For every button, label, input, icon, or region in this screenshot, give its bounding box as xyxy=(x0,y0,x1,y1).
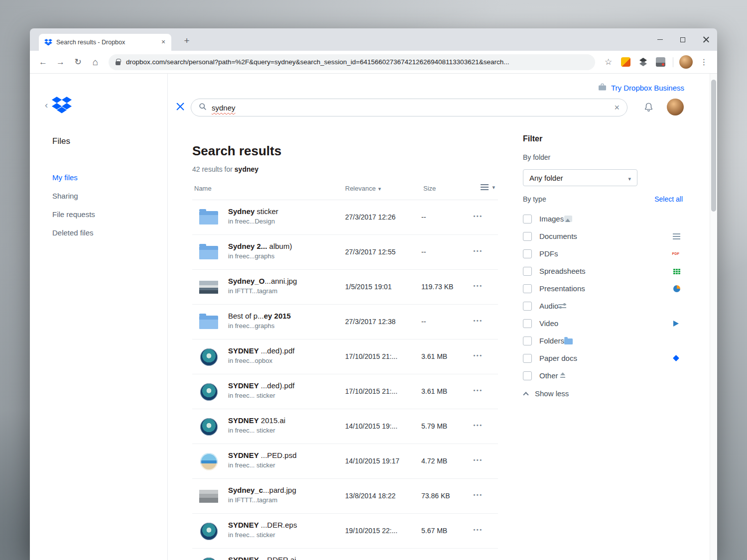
checkbox[interactable] xyxy=(523,267,532,276)
checkbox[interactable] xyxy=(523,249,532,258)
address-bar[interactable]: dropbox.com/search/personal?path=%2F&que… xyxy=(109,54,595,70)
page-scrollbar[interactable] xyxy=(710,74,717,560)
row-more-icon[interactable] xyxy=(471,318,485,324)
sidebar-item[interactable]: My files xyxy=(52,168,162,187)
row-more-icon[interactable] xyxy=(471,387,485,393)
row-more-icon[interactable] xyxy=(471,352,485,358)
window-minimize-button[interactable] xyxy=(648,28,671,51)
filter-type-row[interactable]: Audio xyxy=(523,297,680,315)
column-relevance[interactable]: Relevance xyxy=(345,185,381,192)
sidebar-heading[interactable]: Files xyxy=(52,136,70,146)
select-all-link[interactable]: Select all xyxy=(654,195,683,203)
try-dropbox-business-link[interactable]: Try Dropbox Business xyxy=(598,83,684,93)
back-button[interactable] xyxy=(35,54,51,70)
checkbox[interactable] xyxy=(523,319,532,328)
window-maximize-button[interactable] xyxy=(671,28,694,51)
page-title: Search results xyxy=(192,143,498,159)
bookmark-star-icon[interactable] xyxy=(600,54,617,70)
file-name[interactable]: Best of p...ey 2015 xyxy=(228,312,342,320)
file-name[interactable]: SYDNEY 2015.ai xyxy=(228,416,342,425)
result-row[interactable]: Sydney_O...anni.jpg in IFTTT...tagram 1/… xyxy=(192,270,498,305)
filter-type-row[interactable]: Other xyxy=(523,367,680,384)
extension-icon-3[interactable] xyxy=(656,57,665,67)
file-name[interactable]: Sydney 2... album) xyxy=(228,242,342,250)
file-name[interactable]: SYDNEY ...DER.eps xyxy=(228,521,342,529)
file-name[interactable]: Sydney_O...anni.jpg xyxy=(228,277,342,285)
checkbox[interactable] xyxy=(523,354,532,363)
row-more-icon[interactable] xyxy=(471,422,485,428)
filter-type-row[interactable]: Spreadsheets xyxy=(523,262,680,280)
browser-profile-avatar[interactable] xyxy=(679,55,693,69)
file-name[interactable]: SYDNEY ...ded).pdf xyxy=(228,381,342,390)
sidebar-collapse-icon[interactable] xyxy=(45,100,48,111)
url-text[interactable]: dropbox.com/search/personal?path=%2F&que… xyxy=(126,58,588,66)
notifications-bell-icon[interactable] xyxy=(643,101,654,113)
home-button[interactable] xyxy=(87,54,104,70)
file-name[interactable]: SYDNEY ...PED.psd xyxy=(228,451,342,459)
sidebar-item[interactable]: File requests xyxy=(52,205,162,224)
file-date: 14/10/2015 19:... xyxy=(345,422,397,430)
extension-icon-1[interactable] xyxy=(621,57,630,67)
filter-type-row[interactable]: Presentations xyxy=(523,280,680,297)
file-name[interactable]: SYDNEY ...ded).pdf xyxy=(228,346,342,355)
search-query-text[interactable]: sydney xyxy=(212,104,609,112)
tab-close-icon[interactable] xyxy=(159,38,167,46)
account-avatar[interactable] xyxy=(667,99,684,115)
column-name[interactable]: Name xyxy=(194,185,212,192)
https-lock-icon[interactable] xyxy=(116,61,121,65)
result-row[interactable]: SYDNEY 2015.ai in freec... sticker 14/10… xyxy=(192,409,498,444)
result-row[interactable]: Sydney 2... album) in freec...graphs 27/… xyxy=(192,235,498,270)
result-row[interactable]: SYDNEY ...RDER.ai 19/10/2015 22:... 3.61… xyxy=(192,549,498,560)
row-more-icon[interactable] xyxy=(471,248,485,254)
file-name[interactable]: SYDNEY ...RDER.ai xyxy=(228,556,342,560)
result-row[interactable]: Sydney sticker in freec...Design 27/3/20… xyxy=(192,200,498,235)
filter-type-row[interactable]: PDFs xyxy=(523,245,680,262)
show-less-toggle[interactable]: Show less xyxy=(524,389,569,398)
clear-search-icon[interactable] xyxy=(614,103,620,112)
row-more-icon[interactable] xyxy=(471,283,485,289)
file-name[interactable]: Sydney_c...pard.jpg xyxy=(228,486,342,494)
checkbox[interactable] xyxy=(523,232,532,241)
result-row[interactable]: Best of p...ey 2015 in freec...graphs 27… xyxy=(192,305,498,339)
folder-dropdown[interactable]: Any folder xyxy=(523,169,637,186)
browser-tab[interactable]: Search results - Dropbox xyxy=(39,34,171,51)
sidebar-item[interactable]: Deleted files xyxy=(52,224,162,242)
search-bar[interactable]: sydney xyxy=(191,99,627,116)
filter-type-row[interactable]: Paper docs xyxy=(523,349,680,367)
extension-icon-2[interactable] xyxy=(638,57,648,67)
dropbox-logo[interactable] xyxy=(52,97,72,115)
checkbox[interactable] xyxy=(523,371,532,380)
chevron-up-icon xyxy=(523,392,528,397)
row-more-icon[interactable] xyxy=(471,492,485,498)
checkbox[interactable] xyxy=(523,302,532,311)
dropbox-favicon-icon xyxy=(44,39,52,46)
column-size[interactable]: Size xyxy=(423,185,436,192)
close-search-icon[interactable] xyxy=(176,102,185,112)
browser-menu-icon[interactable] xyxy=(696,54,712,70)
filter-type-row[interactable]: Folders xyxy=(523,332,680,349)
window-close-button[interactable] xyxy=(694,28,717,51)
filter-type-row[interactable]: Images xyxy=(523,210,680,227)
checkbox[interactable] xyxy=(523,284,532,293)
view-toggle[interactable] xyxy=(481,184,495,190)
filter-type-row[interactable]: Documents xyxy=(523,227,680,245)
filter-type-label: Documents xyxy=(539,232,577,240)
result-row[interactable]: SYDNEY ...ded).pdf in freec...opbox 17/1… xyxy=(192,339,498,374)
forward-button[interactable] xyxy=(52,54,69,70)
row-more-icon[interactable] xyxy=(471,457,485,463)
result-row[interactable]: Sydney_c...pard.jpg in IFTTT...tagram 13… xyxy=(192,479,498,514)
folder-icon xyxy=(564,338,573,344)
reload-button[interactable] xyxy=(70,54,86,70)
file-name[interactable]: Sydney sticker xyxy=(228,207,342,216)
filter-type-row[interactable]: Video xyxy=(523,315,680,332)
new-tab-button[interactable] xyxy=(180,34,193,47)
result-row[interactable]: SYDNEY ...PED.psd in freec... sticker 14… xyxy=(192,444,498,479)
checkbox[interactable] xyxy=(523,336,532,345)
sidebar-item[interactable]: Sharing xyxy=(52,187,162,205)
row-more-icon[interactable] xyxy=(471,527,485,533)
scrollbar-thumb[interactable] xyxy=(711,80,716,212)
result-row[interactable]: SYDNEY ...ded).pdf in freec... sticker 1… xyxy=(192,374,498,409)
checkbox[interactable] xyxy=(523,215,532,224)
result-row[interactable]: SYDNEY ...DER.eps in freec... sticker 19… xyxy=(192,514,498,549)
row-more-icon[interactable] xyxy=(471,213,485,219)
